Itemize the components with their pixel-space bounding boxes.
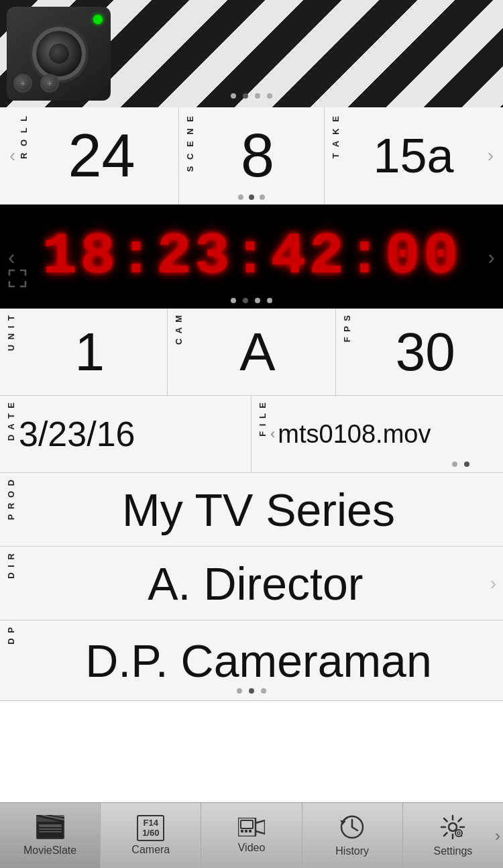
date-file-section: D A T E 3/23/16 F I L E ‹ mts0108.mov: [0, 396, 503, 473]
file-cell[interactable]: F I L E ‹ mts0108.mov: [252, 396, 503, 472]
dir-label: D I R: [7, 552, 15, 579]
camera-lens: [32, 27, 86, 80]
video-icon: [238, 818, 265, 839]
top-dots: [231, 90, 272, 102]
camera-button-1[interactable]: +: [13, 74, 32, 93]
nav-history[interactable]: History: [302, 803, 403, 868]
take-cell[interactable]: T A K E 15a ›: [325, 107, 503, 204]
unit-cam-fps-section: U N I T 1 C A M A F P S 30: [0, 309, 503, 396]
dp-value[interactable]: D.P. Cameraman: [21, 635, 496, 687]
sdot-3: [260, 195, 265, 200]
roll-cell[interactable]: ‹ R O L L 24: [0, 107, 179, 204]
tcdot-2: [243, 298, 248, 303]
svg-line-25: [459, 818, 462, 822]
camera-body: + +: [7, 7, 111, 101]
take-label: T A K E: [331, 114, 340, 158]
movieslate-icon: [36, 815, 64, 842]
scene-label: S C E N E: [186, 114, 194, 172]
dot-2: [243, 93, 248, 99]
roll-label: R O L L: [19, 114, 28, 159]
sdot-1: [238, 195, 243, 200]
svg-rect-11: [241, 820, 253, 828]
director-section[interactable]: D I R A. Director ›: [0, 547, 503, 620]
camera-buttons: + +: [13, 74, 59, 93]
scene-cell[interactable]: S C E N E 8: [179, 107, 325, 204]
file-dots: [452, 462, 469, 467]
timecode-section[interactable]: ‹ 18:23:42:00 ›: [0, 205, 503, 309]
dpdot-1: [237, 688, 242, 694]
unit-cell[interactable]: U N I T 1: [0, 309, 168, 395]
fdot-2: [464, 462, 469, 467]
date-cell[interactable]: D A T E 3/23/16: [0, 396, 252, 472]
sdot-2: [249, 195, 254, 200]
take-value[interactable]: 15a: [343, 131, 483, 180]
svg-rect-12: [241, 830, 243, 832]
camera-f-stop: F14: [142, 818, 159, 828]
svg-point-27: [455, 830, 462, 836]
nav-settings-label: Settings: [434, 845, 473, 857]
nav-settings[interactable]: Settings ›: [403, 803, 503, 868]
scene-value[interactable]: 8: [198, 125, 318, 186]
clapper-top: + +: [0, 0, 503, 107]
svg-line-17: [352, 827, 357, 830]
fdot-1: [452, 462, 457, 467]
nav-camera-label: Camera: [131, 844, 170, 856]
nav-video[interactable]: Video: [201, 803, 302, 868]
nav-video-label: Video: [238, 842, 266, 854]
unit-label: U N I T: [7, 314, 15, 351]
dp-section[interactable]: D P D.P. Cameraman: [0, 620, 503, 701]
camera-shutter: 1/60: [142, 828, 159, 838]
take-next-arrow[interactable]: ›: [485, 142, 496, 169]
dp-dots: [237, 688, 266, 694]
bottom-nav: MovieSlate F14 1/60 Camera Video: [0, 802, 503, 868]
cam-label: C A M: [174, 314, 183, 345]
expand-icon[interactable]: [8, 269, 27, 291]
nav-camera[interactable]: F14 1/60 Camera: [101, 803, 201, 868]
date-label: D A T E: [7, 401, 15, 441]
dp-label: D P: [7, 626, 15, 645]
file-label: F I L E: [258, 401, 267, 437]
cam-value[interactable]: A: [186, 321, 328, 383]
svg-rect-13: [245, 830, 247, 832]
dpdot-2: [249, 688, 254, 694]
camera-nav-icon: F14 1/60: [137, 815, 164, 841]
production-section[interactable]: P R O D My TV Series: [0, 473, 503, 547]
svg-line-26: [444, 832, 447, 836]
tcdot-4: [267, 298, 272, 303]
tcdot-3: [255, 298, 260, 303]
svg-rect-4: [39, 831, 62, 832]
roll-prev-arrow[interactable]: ‹: [7, 142, 18, 169]
dot-4: [267, 93, 272, 99]
nav-more-arrow[interactable]: ›: [495, 826, 503, 845]
timecode-prev-arrow[interactable]: ‹: [8, 244, 15, 269]
nav-history-label: History: [335, 845, 369, 857]
prod-value[interactable]: My TV Series: [21, 484, 496, 536]
svg-rect-14: [249, 830, 252, 832]
fps-label: F P S: [343, 314, 351, 342]
roll-value[interactable]: 24: [32, 125, 171, 186]
dpdot-3: [261, 688, 266, 694]
dir-value[interactable]: A. Director: [21, 557, 490, 610]
nav-movieslate-label: MovieSlate: [23, 845, 76, 857]
unit-value[interactable]: 1: [19, 321, 160, 383]
nav-movieslate[interactable]: MovieSlate: [0, 803, 101, 868]
dir-chevron-icon[interactable]: ›: [490, 573, 496, 594]
file-prev-arrow[interactable]: ‹: [270, 425, 275, 443]
file-value[interactable]: mts0108.mov: [278, 420, 431, 449]
date-value[interactable]: 3/23/16: [19, 414, 135, 454]
cam-cell[interactable]: C A M A: [168, 309, 335, 395]
svg-point-18: [449, 823, 457, 831]
fps-value[interactable]: 30: [355, 321, 496, 383]
fps-cell[interactable]: F P S 30: [336, 309, 503, 395]
camera-button-2[interactable]: +: [40, 74, 59, 93]
dot-1: [231, 93, 236, 99]
svg-rect-2: [39, 824, 62, 827]
scene-dots: [238, 195, 265, 200]
roll-scene-take-section: ‹ R O L L 24 S C E N E 8 T A K E 15a ›: [0, 107, 503, 205]
history-icon: [339, 814, 365, 843]
timecode-dots: [231, 298, 272, 303]
timecode-next-arrow[interactable]: ›: [488, 244, 495, 269]
timecode-value[interactable]: 18:23:42:00: [42, 227, 461, 286]
tcdot-1: [231, 298, 236, 303]
dot-3: [255, 93, 260, 99]
